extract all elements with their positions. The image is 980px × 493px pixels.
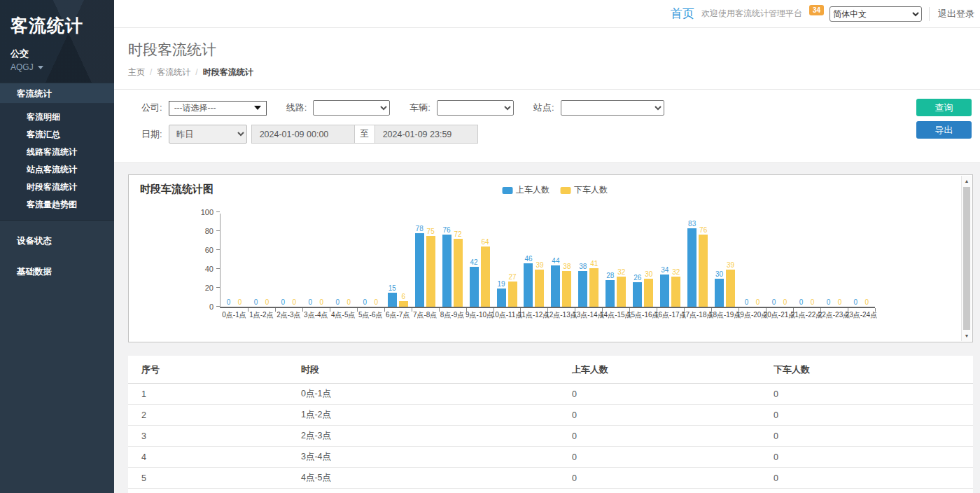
chart-plot: 020406080100000点-1点001点-2点002点-3点003点-4点…: [220, 214, 875, 308]
export-button[interactable]: 导出: [916, 121, 972, 139]
sidebar-item-passenger-detail[interactable]: 客流明细: [0, 109, 114, 126]
legend-item[interactable]: 上车人数: [502, 184, 550, 196]
bar-value-label: 0: [374, 298, 378, 306]
bar-boarding: 38: [578, 214, 587, 307]
table-row: 10点-1点00: [128, 384, 973, 405]
bar-rect: [388, 293, 397, 307]
bar-rect: [617, 277, 626, 307]
legend-label: 下车人数: [574, 184, 608, 196]
bar-rect: [578, 271, 587, 307]
chart-category: 192710点-11点: [493, 214, 521, 307]
bar-value-label: 38: [563, 263, 570, 270]
scroll-up-icon[interactable]: ▲: [962, 176, 972, 186]
bar-value-label: 30: [715, 270, 723, 278]
sidebar-item-trend-chart[interactable]: 客流量趋势图: [0, 196, 114, 214]
date-start-input[interactable]: [251, 125, 355, 144]
bar-value-label: 32: [672, 268, 680, 276]
bar-value-label: 0: [254, 298, 258, 306]
table-cell: 0: [760, 426, 973, 447]
bar-boarding: 46: [524, 214, 533, 307]
logout-button[interactable]: 退出登录: [938, 8, 974, 20]
bar-value-label: 0: [811, 298, 815, 306]
filter-row-2: 日期: 昨日 至: [141, 125, 910, 144]
sidebar-item-station-stats[interactable]: 站点客流统计: [0, 161, 114, 179]
breadcrumb-parent[interactable]: 客流统计: [157, 67, 190, 77]
chart-category: 003点-4点: [302, 214, 330, 307]
date-end-input[interactable]: [374, 125, 478, 144]
scroll-down-icon[interactable]: ▼: [962, 331, 972, 341]
data-table-panel: 序号 时段 上车人数 下车人数 10点-1点0021点-2点0032点-3点00…: [128, 356, 973, 493]
bar-value-label: 0: [309, 298, 313, 306]
bar-value-label: 0: [238, 298, 242, 306]
chart-category: 0019点-20点: [738, 214, 766, 307]
bar-boarding: 44: [551, 214, 560, 307]
bar-value-label: 19: [497, 280, 505, 288]
station-select[interactable]: [561, 100, 664, 116]
bar-boarding: 0: [360, 214, 370, 307]
table-cell: 0: [559, 405, 760, 426]
x-axis-label: 2点-3点: [276, 310, 300, 320]
sidebar-item-passenger-stats[interactable]: 客流统计: [0, 83, 114, 104]
bar-value-label: 0: [756, 298, 760, 306]
query-button[interactable]: 查询: [916, 99, 972, 116]
sidebar-item-line-stats[interactable]: 线路客流统计: [0, 144, 114, 161]
bar-rect: [671, 277, 680, 307]
vehicle-select[interactable]: [437, 100, 514, 116]
company-select[interactable]: ---请选择---: [169, 101, 267, 116]
bar-alighting: 0: [835, 214, 844, 307]
chart-scrollbar[interactable]: ▲ ▼: [961, 176, 972, 341]
x-axis-label: 9点-10点: [465, 310, 493, 320]
bar-value-label: 64: [481, 238, 489, 246]
legend-item[interactable]: 下车人数: [560, 184, 608, 196]
bar-value-label: 30: [645, 270, 652, 278]
sidebar-item-base-data[interactable]: 基础数据: [0, 261, 114, 282]
bar-value-label: 0: [827, 298, 831, 306]
language-select[interactable]: 简体中文: [830, 6, 922, 22]
org-code-dropdown[interactable]: AQGJ: [10, 62, 104, 72]
bar-boarding: 83: [687, 214, 696, 307]
bar-boarding: 34: [660, 214, 669, 307]
bar-value-label: 76: [443, 226, 451, 234]
breadcrumb-home[interactable]: 主页: [128, 67, 145, 77]
bar-rect: [562, 271, 571, 307]
col-header-period: 时段: [288, 356, 559, 384]
bar-boarding: 0: [742, 214, 751, 307]
bar-value-label: 44: [552, 257, 559, 265]
bar-value-label: 26: [634, 274, 641, 282]
date-range-select[interactable]: 昨日: [169, 125, 247, 144]
bar-alighting: 39: [535, 214, 544, 307]
y-axis-tick: [216, 230, 220, 231]
bar-rect: [535, 270, 544, 307]
sidebar: 客流统计 公交 AQGJ 客流统计 客流明细 客流汇总 线路客流统计 站点客流统…: [0, 0, 114, 493]
col-header-index: 序号: [128, 356, 288, 384]
bar-rect: [687, 228, 696, 307]
bar-boarding: 42: [470, 214, 479, 307]
chart-category: 76728点-9点: [439, 214, 466, 307]
chart-category: 0021点-22点: [793, 214, 820, 307]
table-header-row: 序号 时段 上车人数 下车人数: [128, 356, 973, 384]
line-select[interactable]: [313, 100, 390, 116]
sidebar-item-period-stats[interactable]: 时段客流统计: [0, 179, 114, 196]
y-axis-label: 100: [190, 208, 214, 216]
welcome-text: 欢迎使用客流统计管理平台: [701, 8, 802, 20]
table-cell: 0: [559, 384, 760, 405]
home-link[interactable]: 首页: [671, 6, 694, 22]
vehicle-label: 车辆:: [410, 102, 430, 114]
table-cell: 0点-1点: [288, 384, 559, 405]
breadcrumb: 主页/客流统计/时段客流统计: [128, 67, 966, 78]
bar-rect: [481, 246, 490, 307]
bar-rect: [715, 279, 724, 307]
sidebar-item-device-status[interactable]: 设备状态: [0, 230, 114, 251]
bar-alighting: 0: [372, 214, 381, 307]
scrollbar-thumb[interactable]: [963, 187, 970, 330]
y-axis-label: 20: [190, 284, 214, 292]
notification-badge: 34: [809, 5, 824, 15]
bar-value-label: 0: [865, 298, 869, 306]
legend-color-chip: [560, 187, 570, 194]
table-cell: 6: [128, 489, 288, 493]
bar-boarding: 0: [797, 214, 806, 307]
table-cell: 0: [760, 489, 973, 493]
bar-value-label: 0: [347, 298, 351, 306]
sidebar-item-passenger-summary[interactable]: 客流汇总: [0, 126, 114, 144]
bar-value-label: 0: [783, 298, 788, 306]
